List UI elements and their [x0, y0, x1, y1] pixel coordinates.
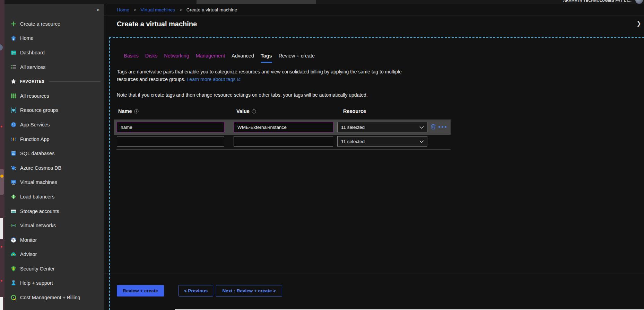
page-title: Create a virtual machine — [117, 20, 197, 28]
services-list-icon — [10, 64, 17, 70]
breadcrumb-divider — [104, 16, 644, 16]
panel-separator-line — [107, 4, 107, 310]
account-tenant-label[interactable]: ARAMATH TECHNOLOGIES PVT LT... — [563, 0, 632, 2]
tags-note: Note that if you create tags and then ch… — [117, 92, 368, 98]
sidebar-item-help-support[interactable]: Help + support — [5, 276, 104, 291]
tab-basics[interactable]: Basics — [124, 53, 139, 63]
account-avatar[interactable] — [635, 0, 643, 4]
chevron-down-icon — [419, 126, 424, 129]
value-header-label: Value — [236, 108, 250, 114]
svg-text:SQL: SQL — [12, 153, 15, 155]
sidebar-item-label: Load balancers — [20, 194, 54, 200]
help-support-icon — [10, 280, 17, 286]
sidebar-item-label: App Services — [20, 122, 50, 127]
sidebar-item-label: Cost Management + Billing — [20, 295, 80, 300]
previous-button[interactable]: < Previous — [179, 285, 214, 296]
resource-header-label: Resource — [343, 108, 366, 114]
sidebar-item-monitor[interactable]: Monitor — [5, 233, 104, 247]
sidebar-item-label: Virtual machines — [20, 179, 57, 185]
dot — [445, 126, 446, 128]
breadcrumb-virtual-machines-link[interactable]: Virtual machines — [141, 7, 175, 12]
sidebar-item-storage-accounts[interactable]: Storage accounts — [5, 204, 104, 219]
favorites-divider — [49, 81, 101, 82]
tag-name-input[interactable] — [117, 122, 224, 132]
sidebar-item-cost-management-billing[interactable]: $ Cost Management + Billing — [5, 290, 104, 305]
wizard-tabs: Basics Disks Networking Management Advan… — [124, 53, 315, 63]
dock-app-icon — [0, 44, 3, 51]
breadcrumb-separator: > — [134, 8, 136, 12]
create-vm-blade: Home > Virtual machines > Create a virtu… — [104, 4, 644, 310]
sidebar-item-load-balancers[interactable]: Load balancers — [5, 189, 104, 204]
tag-value-input-empty[interactable] — [234, 136, 333, 147]
delete-row-icon[interactable] — [430, 123, 437, 130]
app-services-icon — [10, 122, 17, 128]
grid-icon — [10, 93, 17, 99]
column-header-resource: Resource — [343, 108, 366, 114]
sidebar-item-create-a-resource[interactable]: Create a resource — [5, 17, 104, 31]
more-options-button[interactable] — [438, 126, 446, 128]
info-icon[interactable] — [252, 109, 256, 114]
table-bottom-divider — [116, 149, 451, 150]
sidebar-item-resource-groups[interactable]: Resource groups — [5, 103, 104, 118]
sidebar-item-home[interactable]: Home — [5, 31, 104, 46]
resource-dropdown[interactable]: 11 selected — [337, 136, 427, 147]
sidebar-item-app-services[interactable]: App Services — [5, 117, 104, 132]
sidebar-favorites-header: FAVORITES — [5, 74, 104, 89]
sidebar-item-virtual-machines[interactable]: Virtual machines — [5, 175, 104, 190]
dock-notification-dot — [1, 280, 2, 282]
storage-account-icon — [10, 208, 17, 214]
tag-value-input[interactable] — [234, 122, 333, 132]
dock-window-thumbnail[interactable] — [0, 297, 3, 310]
breadcrumb: Home > Virtual machines > Create a virtu… — [104, 4, 644, 16]
sidebar-item-azure-cosmos-db[interactable]: Azure Cosmos DB — [5, 161, 104, 175]
dot — [442, 126, 443, 128]
sidebar-item-sql-databases[interactable]: SQL SQL databases — [5, 146, 104, 161]
sidebar-item-function-app[interactable]: Function App — [5, 132, 104, 147]
sidebar-item-label: Function App — [20, 136, 50, 142]
chevron-down-icon — [419, 140, 424, 143]
sidebar-item-dashboard[interactable]: Dashboard — [5, 45, 104, 60]
dock-window-thumbnail[interactable] — [0, 218, 3, 239]
footer-divider — [104, 274, 644, 274]
browser-chrome-sliver: ARAMATH TECHNOLOGIES PVT LT... — [5, 0, 644, 4]
resource-dropdown[interactable]: 11 selected — [337, 122, 427, 132]
tag-name-input-empty[interactable] — [117, 136, 224, 147]
favorites-label: FAVORITES — [20, 79, 45, 83]
sidebar-item-label: Dashboard — [20, 50, 45, 55]
tab-tags[interactable]: Tags — [261, 53, 272, 63]
sidebar-item-security-center[interactable]: Security Center — [5, 262, 104, 276]
info-icon[interactable] — [134, 109, 139, 114]
sidebar-item-advisor[interactable]: Advisor — [5, 247, 104, 262]
learn-more-link[interactable]: Learn more about tags — [187, 77, 236, 82]
sidebar-item-label: Create a resource — [20, 21, 60, 27]
next-button[interactable]: Next : Review + create > — [216, 285, 282, 296]
browser-tab-sliver[interactable] — [197, 0, 316, 4]
tab-disks[interactable]: Disks — [145, 53, 157, 63]
sidebar-item-label: Home — [20, 35, 34, 41]
wizard-footer: Review + create < Previous Next : Review… — [117, 285, 282, 296]
home-icon — [10, 35, 17, 41]
sidebar-item-label: Azure Cosmos DB — [20, 165, 61, 171]
virtual-machine-icon — [10, 179, 17, 185]
sidebar-item-all-resources[interactable]: All resources — [5, 89, 104, 103]
sidebar-collapse-button[interactable]: « — [97, 6, 100, 13]
tab-management[interactable]: Management — [196, 53, 225, 63]
panel-expand-chevron-icon[interactable]: ❯ — [637, 20, 641, 27]
breadcrumb-home-link[interactable]: Home — [117, 7, 129, 12]
sidebar-item-virtual-networks[interactable]: Virtual networks — [5, 218, 104, 233]
sidebar-item-all-services[interactable]: All services — [5, 60, 104, 74]
sidebar-item-label: All services — [20, 64, 45, 70]
review-create-button[interactable]: Review + create — [117, 285, 164, 296]
dot — [438, 126, 440, 128]
dock-notification-dot — [1, 126, 2, 127]
portal-sidebar: « Create a resource Home Dashboard All s… — [5, 4, 104, 310]
resource-group-icon — [10, 107, 17, 113]
virtual-network-icon — [10, 222, 17, 229]
tab-review-create[interactable]: Review + create — [279, 53, 315, 63]
resource-dropdown-value: 11 selected — [341, 139, 365, 144]
resource-dropdown-value: 11 selected — [341, 125, 365, 130]
tab-advanced[interactable]: Advanced — [232, 53, 254, 63]
tab-networking[interactable]: Networking — [164, 53, 189, 63]
dock-active-app-tile[interactable] — [0, 169, 4, 195]
sidebar-item-label: All resources — [20, 93, 49, 99]
